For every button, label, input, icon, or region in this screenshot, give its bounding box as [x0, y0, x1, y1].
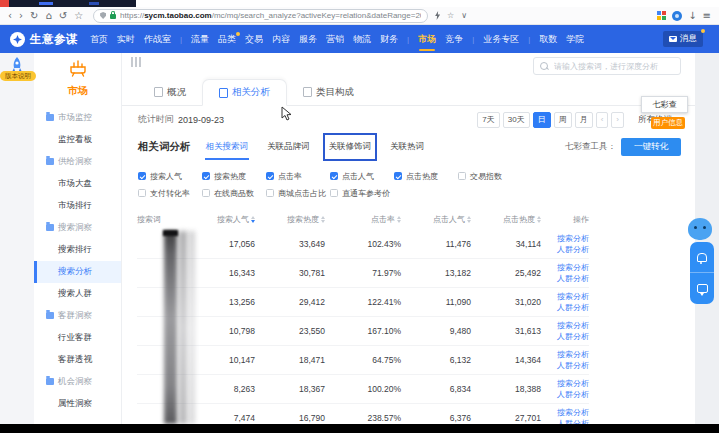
tab-类目构成[interactable]: 类目构成	[287, 79, 370, 105]
messages-button[interactable]: 消息	[663, 31, 703, 47]
back-icon[interactable]: ‹	[8, 11, 12, 21]
column-header-搜索人气[interactable]: 搜索人气	[199, 214, 255, 225]
search-input[interactable]	[552, 61, 674, 72]
sidebar-item-监控看板[interactable]: 监控看板	[34, 129, 121, 151]
sidebar-item-搜索分析[interactable]: 搜索分析	[34, 261, 121, 283]
metric-checkbox-支付转化率[interactable]: 支付转化率	[138, 187, 202, 199]
action-link-搜索分析[interactable]: 搜索分析	[557, 408, 589, 418]
extensions-grid-icon[interactable]	[657, 11, 666, 20]
column-header-点击率[interactable]: 点击率	[325, 214, 401, 225]
star-icon[interactable]: ☆	[74, 11, 83, 21]
topnav-item-物流[interactable]: 物流	[353, 25, 371, 53]
chat-button[interactable]	[690, 273, 714, 304]
home-icon[interactable]: ⌂	[45, 11, 51, 21]
one-key-convert-button[interactable]: 一键转化	[621, 138, 681, 156]
relation-tab-关联修饰词[interactable]: 关联修饰词	[328, 138, 373, 156]
action-link-人群分析[interactable]: 人群分析	[557, 245, 589, 255]
sidebar-item-搜索人群[interactable]: 搜索人群	[34, 283, 121, 305]
metric-label: 搜索热度	[214, 171, 246, 182]
column-header-点击人气[interactable]: 点击人气	[401, 214, 471, 225]
address-bar[interactable]: https://sycm.taobao.com/mc/mq/search_ana…	[93, 9, 428, 23]
topnav-item-市场[interactable]: 市场	[418, 25, 436, 53]
topnav-item-实时[interactable]: 实时	[117, 25, 135, 53]
action-link-搜索分析[interactable]: 搜索分析	[557, 263, 589, 273]
version-badge[interactable]: 版本说明	[0, 71, 36, 81]
action-link-人群分析[interactable]: 人群分析	[557, 303, 589, 313]
topnav-item-服务[interactable]: 服务	[299, 25, 317, 53]
topnav-item-营销[interactable]: 营销	[326, 25, 344, 53]
market-module-icon	[68, 64, 88, 81]
prev-period-button[interactable]: ‹	[596, 112, 609, 128]
sidebar-item-市场大盘[interactable]: 市场大盘	[34, 173, 121, 195]
sidebar-item-属性洞察[interactable]: 属性洞察	[34, 393, 121, 415]
metric-checkbox-点击热度[interactable]: 点击热度	[394, 170, 458, 182]
metric-checkbox-搜索热度[interactable]: 搜索热度	[202, 170, 266, 182]
action-link-人群分析[interactable]: 人群分析	[557, 332, 589, 342]
date-button-30天[interactable]: 30天	[503, 112, 530, 128]
relation-tab-关联热词[interactable]: 关联热词	[389, 138, 425, 156]
metric-checkbox-商城点击占比[interactable]: 商城点击占比	[266, 187, 330, 199]
sidebar-item-客群透视[interactable]: 客群透视	[34, 349, 121, 371]
sidebar-item-客群洞察[interactable]: 客群洞察	[34, 305, 121, 327]
sidebar-item-供给洞察[interactable]: 供给洞察	[34, 151, 121, 173]
sidebar-item-机会洞察[interactable]: 机会洞察	[34, 371, 121, 393]
topnav-item-品类[interactable]: 品类	[218, 25, 236, 53]
sidebar-item-市场监控[interactable]: 市场监控	[34, 107, 121, 129]
topnav-item-内容[interactable]: 内容	[272, 25, 290, 53]
action-link-搜索分析[interactable]: 搜索分析	[557, 350, 589, 360]
topnav-item-竞争[interactable]: 竞争	[445, 25, 463, 53]
tab-相关分析[interactable]: 相关分析	[202, 79, 287, 106]
value-cell: 64.75%	[325, 355, 401, 365]
action-link-搜索分析[interactable]: 搜索分析	[557, 321, 589, 331]
topnav-item-业务专区[interactable]: 业务专区	[483, 25, 519, 53]
topnav-item-作战室[interactable]: 作战室	[144, 25, 171, 53]
tab-概况[interactable]: 概况	[138, 79, 202, 105]
action-link-人群分析[interactable]: 人群分析	[557, 390, 589, 400]
topnav-item-交易[interactable]: 交易	[245, 25, 263, 53]
reload-icon[interactable]: ↻	[30, 11, 38, 21]
drag-handle-icon[interactable]	[131, 57, 141, 67]
metric-checkbox-在线商品数[interactable]: 在线商品数	[202, 187, 266, 199]
download-icon[interactable]: ↓	[688, 11, 696, 21]
date-button-周[interactable]: 周	[554, 112, 572, 128]
chevron-down-icon[interactable]: ∨	[461, 11, 467, 20]
action-link-搜索分析[interactable]: 搜索分析	[557, 379, 589, 389]
column-header-搜索热度[interactable]: 搜索热度	[255, 214, 325, 225]
forward-icon[interactable]: ›	[19, 11, 23, 21]
keyword-search-box[interactable]	[533, 57, 681, 75]
mascot-icon[interactable]	[688, 218, 712, 240]
topnav-item-流量[interactable]: 流量	[191, 25, 209, 53]
plugin-flash-icon[interactable]	[435, 11, 440, 20]
next-period-button[interactable]: ›	[611, 112, 624, 128]
date-button-月[interactable]: 月	[575, 112, 593, 128]
metric-checkbox-搜索人气[interactable]: 搜索人气	[138, 170, 202, 182]
column-header-点击热度[interactable]: 点击热度	[471, 214, 541, 225]
action-link-人群分析[interactable]: 人群分析	[557, 361, 589, 371]
bookmark-star-icon[interactable]: ☆	[447, 11, 454, 20]
sidebar-item-搜索排行[interactable]: 搜索排行	[34, 239, 121, 261]
stat-date[interactable]: 2019-09-23	[178, 115, 224, 125]
topnav-item-取数[interactable]: 取数	[539, 25, 557, 53]
metric-checkbox-直通车参考价[interactable]: 直通车参考价	[330, 187, 394, 199]
date-button-日[interactable]: 日	[533, 112, 551, 128]
action-link-人群分析[interactable]: 人群分析	[557, 274, 589, 284]
metric-checkbox-点击人气[interactable]: 点击人气	[330, 170, 394, 182]
user-info-button[interactable]: 用户信息	[651, 117, 685, 129]
metric-checkbox-点击率[interactable]: 点击率	[266, 170, 330, 182]
relation-tab-关联品牌词[interactable]: 关联品牌词	[266, 138, 311, 156]
menu-icon[interactable]: ≡	[703, 11, 711, 21]
sidebar-item-行业客群[interactable]: 行业客群	[34, 327, 121, 349]
topnav-item-财务[interactable]: 财务	[380, 25, 398, 53]
topnav-item-学院[interactable]: 学院	[566, 25, 584, 53]
sidebar-item-市场排行[interactable]: 市场排行	[34, 195, 121, 217]
relation-tab-相关搜索词[interactable]: 相关搜索词	[205, 138, 250, 156]
undo-icon[interactable]: ↺	[59, 11, 67, 21]
sidebar-item-搜索洞察[interactable]: 搜索洞察	[34, 217, 121, 239]
action-link-搜索分析[interactable]: 搜索分析	[557, 292, 589, 302]
topnav-item-首页[interactable]: 首页	[90, 25, 108, 53]
bell-button[interactable]	[690, 242, 714, 273]
action-link-搜索分析[interactable]: 搜索分析	[557, 234, 589, 244]
date-button-7天[interactable]: 7天	[477, 112, 499, 128]
extension-icon[interactable]	[672, 11, 682, 21]
metric-checkbox-交易指数[interactable]: 交易指数	[458, 170, 522, 182]
